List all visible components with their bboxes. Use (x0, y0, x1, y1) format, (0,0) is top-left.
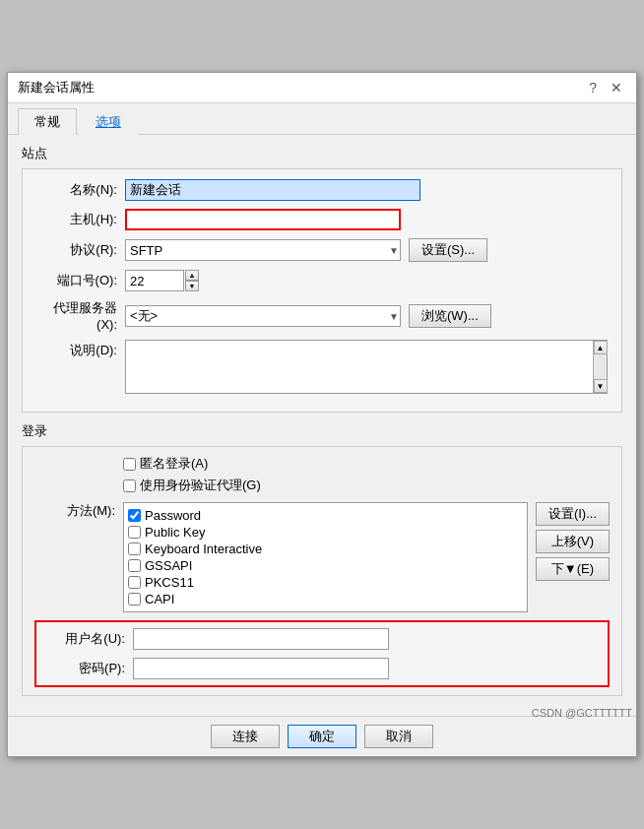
anon-row: 匿名登录(A) (123, 455, 610, 473)
method-capi-checkbox[interactable] (128, 593, 141, 606)
port-control: ▲ ▼ (125, 270, 199, 291)
title-bar: 新建会话属性 ? ✕ (8, 73, 636, 103)
footer-bar: 连接 确定 取消 (8, 716, 636, 756)
title-bar-left: 新建会话属性 (18, 79, 95, 96)
title-bar-right: ? ✕ (585, 80, 626, 96)
host-row: 主机(H): (36, 209, 608, 230)
desc-label: 说明(D): (36, 342, 125, 359)
port-row: 端口号(O): ▲ ▼ (36, 270, 608, 291)
tab-general[interactable]: 常规 (18, 108, 77, 135)
method-keyboard-label: Keyboard Interactive (145, 542, 262, 556)
watermark: CSDN @GCTTTTTT (532, 707, 632, 719)
port-label: 端口号(O): (36, 272, 125, 289)
method-capi-label: CAPI (145, 592, 174, 606)
host-label: 主机(H): (36, 211, 125, 228)
site-section-box: 名称(N): 主机(H): 协议(R): SFTP FTP (22, 168, 622, 413)
ok-button[interactable]: 确定 (288, 725, 356, 748)
login-section-box: 匿名登录(A) 使用身份验证代理(G) 方法(M): (22, 446, 622, 696)
method-pkcs11-checkbox[interactable] (128, 576, 141, 589)
method-gssapi-label: GSSAPI (145, 558, 192, 573)
tab-options-label: 选项 (96, 114, 121, 129)
method-keyboard-checkbox[interactable] (128, 542, 141, 555)
site-section-header: 站点 (22, 145, 622, 162)
auth-proxy-text: 使用身份验证代理(G) (140, 477, 261, 494)
connect-button[interactable]: 连接 (211, 725, 280, 748)
method-publickey-label: Public Key (145, 525, 205, 540)
tab-general-label: 常规 (34, 114, 60, 129)
method-pkcs11-label: PKCS11 (145, 575, 194, 590)
password-label: 密码(P): (44, 660, 133, 677)
dialog-title: 新建会话属性 (18, 79, 95, 96)
method-item-keyboard: Keyboard Interactive (128, 541, 523, 557)
method-item-password: Password (128, 507, 523, 524)
password-input[interactable] (133, 658, 389, 679)
method-password-checkbox[interactable] (128, 509, 141, 522)
protocol-row: 协议(R): SFTP FTP SCP ▼ 设置(S)... (36, 238, 608, 262)
tab-options[interactable]: 选项 (79, 108, 138, 135)
method-settings-button[interactable]: 设置(I)... (536, 502, 610, 526)
dialog-content: 站点 名称(N): 主机(H): 协议(R): (8, 135, 636, 716)
method-list: Password Public Key Keyboard Interactive (123, 502, 528, 612)
name-row: 名称(N): (36, 179, 608, 201)
method-buttons: 设置(I)... 上移(V) 下▼(E) (536, 502, 610, 581)
scroll-up-arrow[interactable]: ▲ (594, 341, 608, 354)
method-item-pkcs11: PKCS11 (128, 574, 523, 591)
auth-proxy-checkbox[interactable] (123, 479, 136, 492)
proxy-label: 代理服务器(X): (36, 299, 125, 332)
protocol-label: 协议(R): (36, 241, 125, 259)
name-label: 名称(N): (36, 181, 125, 199)
tabs-bar: 常规 选项 (8, 103, 636, 135)
proxy-browse-button[interactable]: 浏览(W)... (409, 304, 491, 328)
proxy-row: 代理服务器(X): <无> ▼ 浏览(W)... (36, 299, 608, 332)
main-dialog: 新建会话属性 ? ✕ 常规 选项 站点 名称(N): (7, 72, 637, 757)
desc-row: 说明(D): ▲ ▼ (36, 340, 608, 394)
method-label: 方法(M): (34, 502, 123, 520)
name-input[interactable] (125, 179, 420, 201)
move-down-button[interactable]: 下▼(E) (536, 557, 610, 581)
password-row: 密码(P): (44, 658, 600, 679)
help-button[interactable]: ? (585, 80, 601, 96)
method-item-capi: CAPI (128, 591, 523, 607)
port-spin-down[interactable]: ▼ (185, 281, 199, 291)
anon-checkbox[interactable] (123, 458, 136, 471)
login-section-header: 登录 (22, 422, 622, 440)
close-button[interactable]: ✕ (607, 80, 626, 96)
desc-scrollbar: ▲ ▼ (593, 341, 607, 393)
host-input[interactable] (125, 209, 401, 230)
method-publickey-checkbox[interactable] (128, 526, 141, 539)
protocol-settings-button[interactable]: 设置(S)... (409, 238, 487, 262)
method-item-gssapi: GSSAPI (128, 557, 523, 574)
cancel-button[interactable]: 取消 (364, 725, 433, 748)
auth-proxy-label[interactable]: 使用身份验证代理(G) (123, 477, 261, 494)
credential-box: 用户名(U): 密码(P): (34, 620, 610, 687)
anon-login-label[interactable]: 匿名登录(A) (123, 455, 208, 473)
username-row: 用户名(U): (44, 628, 600, 650)
port-spinner: ▲ ▼ (185, 270, 199, 291)
method-password-label: Password (145, 508, 201, 523)
desc-container: ▲ ▼ (125, 340, 608, 394)
proxy-select[interactable]: <无> (125, 305, 401, 327)
method-item-publickey: Public Key (128, 524, 523, 541)
port-spin-up[interactable]: ▲ (185, 270, 199, 281)
protocol-select[interactable]: SFTP FTP SCP (125, 239, 401, 261)
port-input[interactable] (125, 270, 184, 291)
method-section: 方法(M): Password Public Key Keyboard I (34, 502, 610, 612)
auth-proxy-row: 使用身份验证代理(G) (123, 477, 610, 494)
scroll-down-arrow[interactable]: ▼ (594, 379, 608, 393)
desc-textarea[interactable] (126, 341, 593, 393)
method-gssapi-checkbox[interactable] (128, 559, 141, 572)
username-label: 用户名(U): (44, 630, 133, 648)
username-input[interactable] (133, 628, 389, 650)
anon-login-text: 匿名登录(A) (140, 455, 208, 473)
move-up-button[interactable]: 上移(V) (536, 530, 610, 553)
